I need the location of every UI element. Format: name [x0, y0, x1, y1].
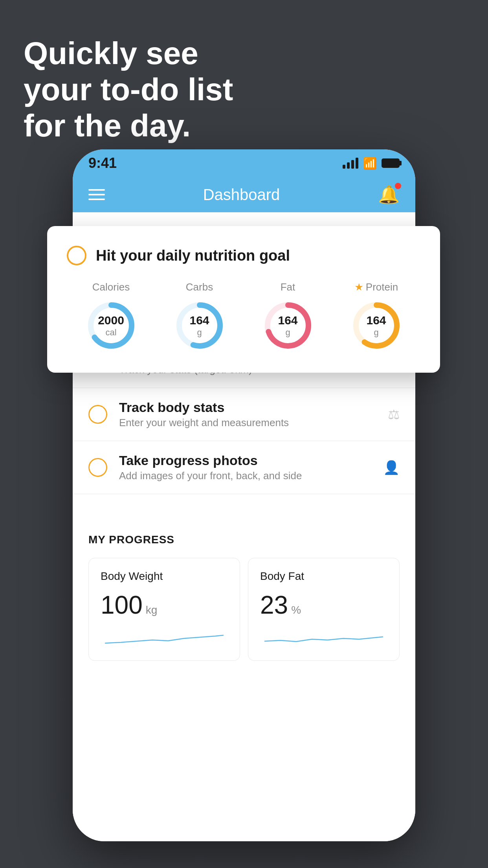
app-header: Dashboard 🔔: [73, 177, 415, 212]
fat-label: Fat: [281, 281, 295, 293]
todo-circle-body-stats: [88, 405, 107, 424]
todo-title-photos: Take progress photos: [119, 453, 383, 468]
nutrition-check-circle: [67, 246, 86, 265]
body-fat-sparkline: [260, 627, 387, 647]
fat-unit: g: [285, 327, 290, 337]
calories-value: 2000: [98, 313, 124, 327]
protein-unit: g: [374, 327, 378, 337]
carbs-value: 164: [189, 313, 209, 327]
nutrition-carbs: Carbs 164 g: [172, 281, 227, 353]
progress-cards: Body Weight 100 kg Body Fat 23 %: [88, 558, 400, 661]
progress-section-title: MY PROGRESS: [88, 533, 400, 546]
todo-subtitle-photos: Add images of your front, back, and side: [119, 470, 383, 482]
todo-item-photos[interactable]: Take progress photos Add images of your …: [73, 441, 415, 494]
todo-title-body-stats: Track body stats: [119, 400, 388, 415]
body-weight-value-row: 100 kg: [101, 590, 228, 620]
card-title-row: Hit your daily nutrition goal: [67, 246, 420, 265]
notification-bell-button[interactable]: 🔔: [378, 184, 400, 205]
protein-value: 164: [366, 313, 386, 327]
body-fat-label: Body Fat: [260, 570, 387, 583]
calories-unit: cal: [105, 327, 116, 337]
wifi-icon: 📶: [363, 157, 377, 170]
body-fat-value: 23: [260, 590, 288, 620]
notification-dot: [395, 183, 401, 189]
body-weight-sparkline: [101, 627, 228, 647]
body-fat-unit: %: [291, 604, 301, 616]
todo-text-photos: Take progress photos Add images of your …: [119, 453, 383, 482]
headline: Quickly see your to-do list for the day.: [24, 35, 233, 144]
status-bar: 9:41 📶: [73, 149, 415, 177]
calories-label: Calories: [92, 281, 130, 293]
status-time: 9:41: [88, 155, 117, 171]
body-fat-value-row: 23 %: [260, 590, 387, 620]
status-icons: 📶: [343, 157, 400, 170]
todo-text-body-stats: Track body stats Enter your weight and m…: [119, 400, 388, 429]
star-icon: ★: [354, 281, 363, 293]
hamburger-menu-button[interactable]: [88, 189, 105, 200]
scale-icon: ⚖: [388, 406, 400, 422]
battery-icon: [382, 158, 400, 168]
body-weight-label: Body Weight: [101, 570, 228, 583]
nutrition-circles: Calories 2000 cal Carbs: [67, 281, 420, 353]
header-title: Dashboard: [203, 186, 280, 204]
todo-subtitle-body-stats: Enter your weight and measurements: [119, 417, 388, 429]
fat-donut: 164 g: [261, 298, 316, 353]
body-weight-value: 100: [101, 590, 143, 620]
progress-card-weight[interactable]: Body Weight 100 kg: [88, 558, 240, 661]
calories-donut: 2000 cal: [84, 298, 139, 353]
carbs-label: Carbs: [186, 281, 213, 293]
protein-donut: 164 g: [349, 298, 404, 353]
progress-card-bodyfat[interactable]: Body Fat 23 %: [248, 558, 400, 661]
body-weight-unit: kg: [146, 604, 158, 616]
person-icon: 👤: [383, 460, 400, 475]
nutrition-calories: Calories 2000 cal: [84, 281, 139, 353]
nutrition-protein: ★ Protein 164 g: [349, 281, 404, 353]
nutrition-card: Hit your daily nutrition goal Calories 2…: [47, 226, 440, 373]
nutrition-fat: Fat 164 g: [261, 281, 316, 353]
protein-label: ★ Protein: [354, 281, 398, 293]
todo-item-body-stats[interactable]: Track body stats Enter your weight and m…: [73, 388, 415, 441]
fat-value: 164: [278, 313, 297, 327]
progress-section: MY PROGRESS Body Weight 100 kg Body Fat: [73, 518, 415, 661]
carbs-donut: 164 g: [172, 298, 227, 353]
todo-circle-photos: [88, 458, 107, 477]
signal-bars-icon: [343, 158, 358, 169]
carbs-unit: g: [197, 327, 202, 337]
nutrition-card-title: Hit your daily nutrition goal: [96, 247, 290, 264]
